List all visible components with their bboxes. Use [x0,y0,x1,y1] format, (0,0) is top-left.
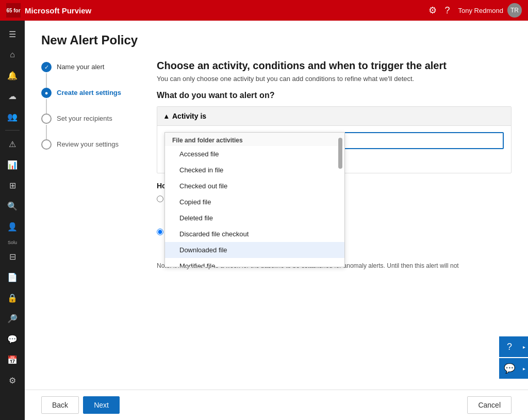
user-name: Tony Redmond [458,7,503,14]
sidebar-menu-icon[interactable]: ☰ [3,25,22,43]
activity-label: Activity is [172,112,206,120]
dropdown-item-0[interactable]: Accessed file [165,146,344,162]
scrollbar-thumb [338,138,342,169]
step-2-label: Create alert settings [57,88,121,96]
step-recipients: Set your recipients [41,114,144,139]
floating-expand-button[interactable]: ▸ [520,336,528,357]
sidebar-person-icon[interactable]: 👤 [3,217,22,236]
section-title: Choose an activity, conditions and when … [157,60,512,72]
step-3-circle [41,114,52,124]
topbar-user[interactable]: Tony Redmond TR [458,3,522,18]
radio-unusual[interactable] [157,229,163,235]
sidebar-search-icon[interactable]: 🔍 [3,197,22,215]
sidebar-alerts-icon[interactable]: 🔔 [3,66,22,85]
sidebar-warning-icon[interactable]: ⚠ [3,135,22,153]
step-4-left [41,139,52,150]
floating-expand-button-2[interactable]: ▸ [520,358,528,379]
main-content: New Alert Policy ✓ Name your alert ● [25,21,528,420]
step-name: ✓ Name your alert [41,62,144,88]
dropdown-item-4[interactable]: Deleted file [165,210,344,226]
step-1-circle: ✓ [41,62,52,72]
dropdown-list: File and folder activities Accessed file… [164,132,345,267]
sidebar-settings2-icon[interactable]: ⚙ [3,371,22,390]
step-3-line [46,125,47,139]
dropdown-container: File and folder activities Accessed file… [164,132,504,149]
sidebar-soln-label: Solu [8,240,17,245]
dropdown-scrollbar[interactable] [336,133,344,267]
app-icon: 65 for [6,3,21,18]
sidebar-divider-1 [5,130,20,131]
dropdown-item-3[interactable]: Copied file [165,194,344,210]
page-title: New Alert Policy [41,33,512,47]
sidebar-calendar-icon[interactable]: 📅 [3,350,22,369]
floating-buttons: ? ▸ 💬 ▸ [499,336,528,379]
step-2-line [46,99,47,114]
floating-chat-button[interactable]: ? [499,336,520,357]
dropdown-item-7[interactable]: Modified file [165,258,344,267]
dropdown-list-inner: File and folder activities Accessed file… [165,133,344,267]
chevron-up-icon[interactable]: ▴ [164,112,168,120]
sidebar-cloud-icon[interactable]: ☁ [3,87,22,105]
sub-title: What do you want to alert on? [157,91,512,100]
bottom-bar: Back Next Cancel [25,390,528,420]
settings-icon[interactable]: ⚙ [428,5,437,16]
avatar: TR [507,3,522,18]
floating-message-button[interactable]: 💬 [499,358,520,379]
step-1-label: Name your alert [57,62,104,71]
next-button[interactable]: Next [83,396,120,414]
activity-box: ▴ Activity is File and folder activities… [157,106,512,173]
step-3-label: Set your recipients [57,114,112,122]
step-3-left [41,114,52,139]
step-2-circle: ● [41,88,52,98]
content-area: ✓ Name your alert ● Create alert setting… [41,60,512,270]
sidebar-lock-icon[interactable]: 🔒 [3,288,22,307]
step-1-left: ✓ [41,62,52,88]
stepper: ✓ Name your alert ● Create alert setting… [41,60,144,270]
radio-every-time[interactable] [157,196,163,202]
section-desc: You can only choose one activity but you… [157,75,512,83]
step-2-left: ● [41,88,52,114]
step-create: ● Create alert settings [41,88,144,114]
dropdown-item-2[interactable]: Checked out file [165,178,344,194]
dropdown-item-5[interactable]: Discarded file checkout [165,226,344,242]
step-4-circle [41,139,52,150]
sidebar-chart-icon[interactable]: 📊 [3,155,22,174]
dropdown-item-1[interactable]: Checked in file [165,162,344,178]
sidebar: ☰ ⌂ 🔔 ☁ 👥 ⚠ 📊 ⊞ 🔍 👤 Solu ⊟ 📄 🔒 🔎 💬 📅 ⚙ [0,21,25,420]
sidebar-home-icon[interactable]: ⌂ [3,45,22,64]
sidebar-file-icon[interactable]: 📄 [3,268,22,286]
step-review: Review your settings [41,139,144,150]
sidebar-magnify-icon[interactable]: 🔎 [3,309,22,328]
dropdown-item-6[interactable]: Downloaded file [165,242,344,258]
step-4-label: Review your settings [57,139,119,148]
topbar-actions: ⚙ ? Tony Redmond TR [428,3,522,18]
dropdown-group-label: File and folder activities [165,133,344,146]
sidebar-users-icon[interactable]: 👥 [3,107,22,126]
activity-header: ▴ Activity is [157,107,511,126]
cancel-button[interactable]: Cancel [467,396,512,414]
right-panel: Choose an activity, conditions and when … [157,60,512,270]
topbar: 65 for Microsoft Purview ⚙ ? Tony Redmon… [0,0,528,21]
back-button[interactable]: Back [41,396,79,414]
sidebar-apps-icon[interactable]: ⊟ [3,247,22,266]
help-icon[interactable]: ? [445,5,450,16]
sidebar-grid-icon[interactable]: ⊞ [3,176,22,195]
step-1-line [46,73,47,88]
sidebar-chat-icon[interactable]: 💬 [3,330,22,348]
topbar-title: Microsoft Purview [25,6,91,15]
activity-body: File and folder activities Accessed file… [157,126,511,155]
topbar-logo-area: 65 for Microsoft Purview [6,3,422,18]
